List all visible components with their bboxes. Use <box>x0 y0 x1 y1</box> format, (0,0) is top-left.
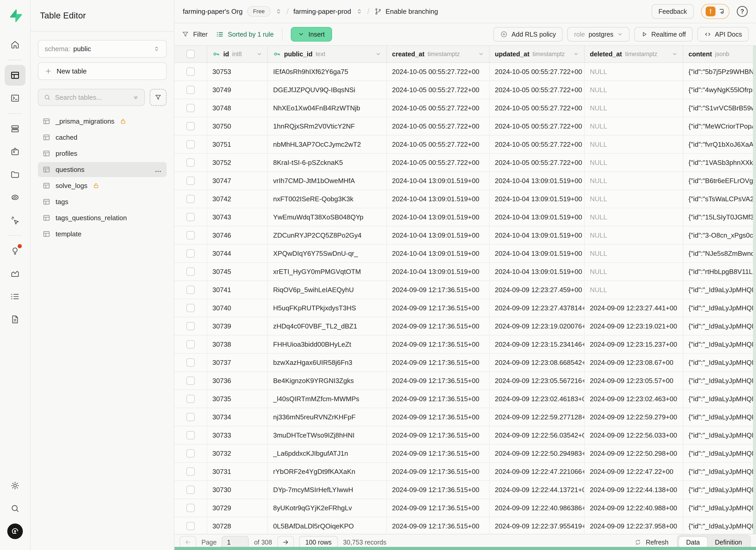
cell-public-id[interactable]: 3muDHTceTWso9IZj8hHNI <box>268 426 387 444</box>
row-select-cell[interactable] <box>174 517 207 534</box>
row-select-cell[interactable] <box>174 245 207 262</box>
row-checkbox[interactable] <box>186 431 195 439</box>
sidebar-filter-button[interactable] <box>150 89 167 106</box>
sort-button[interactable]: Sorted by 1 rule <box>216 30 274 38</box>
row-select-cell[interactable] <box>174 408 207 426</box>
row-checkbox[interactable] <box>186 122 195 130</box>
cell-created-at[interactable]: 2024-09-09 12:17:36.515+00 <box>387 499 490 517</box>
cell-public-id[interactable]: 8yUKotr9qGYjK2eFRhgLv <box>268 499 387 517</box>
storage-icon[interactable] <box>5 164 25 185</box>
cell-content[interactable]: {"id":"5b7j5Pz9WHBNmY_A <box>683 63 756 81</box>
database-icon[interactable] <box>5 118 25 139</box>
row-select-cell[interactable] <box>174 190 207 208</box>
breadcrumb-project[interactable]: farming-paper-prod <box>293 8 351 16</box>
cell-deleted-at[interactable]: NULL <box>585 99 683 117</box>
cell-content[interactable]: {"id":"_Id9aLyJpMHQLaiQC <box>683 481 756 499</box>
cell-content[interactable]: {"id":"S1vrVC5BrB59wqcM4 <box>683 99 756 117</box>
cell-updated-at[interactable]: 2024-09-09 12:22:44.13721+00 <box>490 481 585 499</box>
cell-content[interactable]: {"id":"_Id9aLyJpMHQLaiQC <box>683 408 756 426</box>
cell-deleted-at[interactable]: NULL <box>585 136 683 153</box>
row-checkbox[interactable] <box>186 231 195 239</box>
row-select-cell[interactable] <box>174 372 207 390</box>
cell-updated-at[interactable]: 2024-10-05 00:55:27.722+00 <box>490 117 585 135</box>
cell-content[interactable]: {"id":"_Id9aLyJpMHQLaiQC <box>683 281 756 299</box>
cell-id[interactable]: 30745 <box>207 263 268 280</box>
search-tables-input[interactable]: Search tables... <box>38 89 145 106</box>
cell-deleted-at[interactable]: NULL <box>585 81 683 99</box>
cell-id[interactable]: 30753 <box>207 63 268 81</box>
cell-content[interactable]: {"id":"B6tr6eEFLrOVgeUmH <box>683 172 756 190</box>
cell-content[interactable]: {"id":"_Id9aLyJpMHQLaiQC <box>683 499 756 517</box>
row-select-cell[interactable] <box>174 172 207 190</box>
cell-public-id[interactable]: _l40sQIRTmMZfcm-MWMPs <box>268 390 387 408</box>
cell-public-id[interactable]: H5uqFKpRUTPkjxdysT3HS <box>268 299 387 317</box>
cell-id[interactable]: 30732 <box>207 445 268 462</box>
cell-id[interactable]: 30740 <box>207 299 268 317</box>
enable-branching-button[interactable]: Enable branching <box>374 8 438 16</box>
next-page-button[interactable] <box>277 536 294 548</box>
cell-deleted-at[interactable]: NULL <box>585 154 683 171</box>
cell-created-at[interactable]: 2024-10-05 00:55:27.722+00 <box>387 99 490 117</box>
sidebar-table-item[interactable]: questions… <box>38 162 167 177</box>
cell-updated-at[interactable]: 2024-10-04 13:09:01.519+00 <box>490 226 585 244</box>
cell-created-at[interactable]: 2024-09-09 12:17:36.515+00 <box>387 299 490 317</box>
row-select-cell[interactable] <box>174 499 207 517</box>
cell-created-at[interactable]: 2024-10-04 13:09:01.519+00 <box>387 263 490 280</box>
breadcrumb-org[interactable]: farming-paper's Org <box>183 8 242 16</box>
cell-id[interactable]: 30744 <box>207 245 268 262</box>
cell-content[interactable]: {"id":"15LSIyT0JGMf3Kl4Vn <box>683 208 756 226</box>
row-checkbox[interactable] <box>186 213 195 221</box>
cell-updated-at[interactable]: 2024-10-04 13:09:01.519+00 <box>490 208 585 226</box>
cell-content[interactable]: {"id":"sTsWaLCPsVA2WuK2 <box>683 190 756 208</box>
cell-deleted-at[interactable]: 2024-09-09 12:22:59.279+00 <box>585 408 683 426</box>
cell-deleted-at[interactable]: 2024-09-09 12:22:40.988+00 <box>585 499 683 517</box>
api-docs-button[interactable]: API Docs <box>697 27 749 42</box>
home-icon[interactable] <box>5 34 25 55</box>
sidebar-table-item[interactable]: tags_questions_relation <box>38 210 167 225</box>
cell-deleted-at[interactable]: 2024-09-09 12:23:02.463+00 <box>585 390 683 408</box>
refresh-button[interactable]: Refresh <box>634 539 669 546</box>
insert-button[interactable]: Insert <box>291 27 332 42</box>
cell-public-id[interactable]: DYp-7mcyMSIrHefLYIwwH <box>268 481 387 499</box>
cell-id[interactable]: 30738 <box>207 336 268 353</box>
row-select-cell[interactable] <box>174 281 207 299</box>
feedback-button[interactable]: Feedback <box>652 4 694 19</box>
cell-created-at[interactable]: 2024-10-04 13:09:01.519+00 <box>387 226 490 244</box>
cell-id[interactable]: 30747 <box>207 172 268 190</box>
row-select-cell[interactable] <box>174 263 207 280</box>
cell-id[interactable]: 30729 <box>207 499 268 517</box>
row-checkbox[interactable] <box>186 486 195 494</box>
cell-public-id[interactable]: _La6pddxcKJIbgufATJ1n <box>268 445 387 462</box>
cell-updated-at[interactable]: 2024-09-09 12:22:59.277128+00 <box>490 408 585 426</box>
cell-updated-at[interactable]: 2024-10-05 00:55:27.722+00 <box>490 154 585 171</box>
cell-public-id[interactable]: RiqOV6p_5wihLeIAEQyhU <box>268 281 387 299</box>
sidebar-table-item[interactable]: solve_logs <box>38 178 167 193</box>
role-select[interactable]: role postgres <box>567 27 630 42</box>
cell-deleted-at[interactable]: 2024-09-09 12:23:19.021+00 <box>585 317 683 335</box>
cell-content[interactable]: {"id":"3-O8cn_xPgs0cVxqKE <box>683 226 756 244</box>
cell-public-id[interactable]: FHHUioa3bidd00BHyLeZt <box>268 336 387 353</box>
column-header-content[interactable]: contentjsonb <box>683 46 756 62</box>
cell-updated-at[interactable]: 2024-10-05 00:55:27.722+00 <box>490 99 585 117</box>
cell-public-id[interactable]: YwEmuWdqT38XoSB048QYp <box>268 208 387 226</box>
row-checkbox[interactable] <box>186 322 195 330</box>
schema-select[interactable]: schema: public <box>38 40 167 58</box>
row-select-cell[interactable] <box>174 445 207 462</box>
row-select-cell[interactable] <box>174 226 207 244</box>
cell-updated-at[interactable]: 2024-09-09 12:23:27.437814+00 <box>490 299 585 317</box>
cell-public-id[interactable]: 1hnRQjxSRm2V0VticY2NF <box>268 117 387 135</box>
select-all-cell[interactable] <box>174 46 207 62</box>
cell-public-id[interactable]: xrETI_HyGY0mPMGVqtOTM <box>268 263 387 280</box>
cell-id[interactable]: 30735 <box>207 390 268 408</box>
cell-public-id[interactable]: 0L5BAfDaLDl5rQOiqeKPO <box>268 517 387 534</box>
cell-deleted-at[interactable]: 2024-09-09 12:23:05.57+00 <box>585 372 683 390</box>
cell-public-id[interactable]: Be4KignzoK9YRGNI3Zgks <box>268 372 387 390</box>
sidebar-table-item[interactable]: tags <box>38 194 167 209</box>
cell-deleted-at[interactable]: NULL <box>585 190 683 208</box>
cell-deleted-at[interactable]: 2024-09-09 12:23:27.441+00 <box>585 299 683 317</box>
cell-id[interactable]: 30752 <box>207 154 268 171</box>
cell-created-at[interactable]: 2024-09-09 12:17:36.515+00 <box>387 463 490 480</box>
cell-deleted-at[interactable]: 2024-09-09 12:23:08.67+00 <box>585 354 683 371</box>
advisors-icon[interactable] <box>5 240 25 261</box>
cell-created-at[interactable]: 2024-09-09 12:17:36.515+00 <box>387 336 490 353</box>
